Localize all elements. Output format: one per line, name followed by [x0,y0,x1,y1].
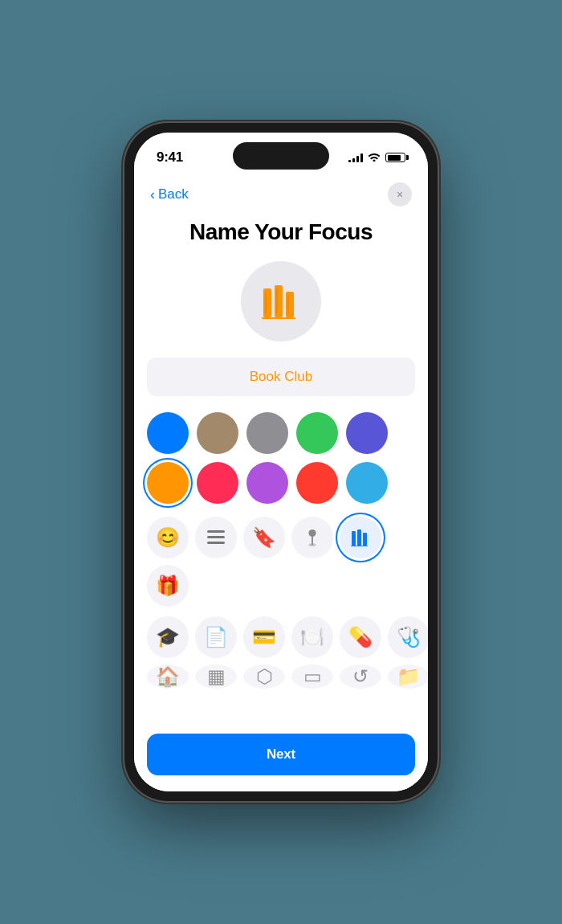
svg-rect-4 [276,288,278,314]
color-section [134,412,428,504]
color-brown[interactable] [197,412,238,454]
nav-bar: ‹ Back × [134,173,428,213]
icon-books[interactable] [340,517,381,558]
dynamic-island [233,142,329,170]
status-icons [348,151,405,164]
signal-icon [348,153,363,162]
focus-name-input[interactable] [147,358,415,396]
back-button[interactable]: ‹ Back [150,186,189,203]
bottom-area: Next [134,724,428,791]
status-time: 9:41 [157,149,183,166]
color-purple[interactable] [246,462,288,504]
color-tomato[interactable] [296,462,338,504]
svg-rect-8 [207,536,225,538]
icon-section: 😊 🔖 🎁 [134,517,428,607]
svg-rect-15 [363,533,367,546]
color-teal[interactable] [346,462,388,504]
svg-rect-3 [265,292,267,314]
icon-tablet-partial[interactable]: ▭ [291,664,333,689]
svg-rect-5 [287,295,289,314]
color-orange[interactable] [147,462,189,504]
icon-refresh-partial[interactable]: ↺ [340,664,381,689]
icon-emoji[interactable]: 😊 [147,517,189,558]
close-button[interactable]: × [388,182,412,206]
svg-rect-14 [357,529,361,546]
color-red[interactable] [197,462,238,504]
icon-bookmark[interactable]: 🔖 [243,517,285,558]
name-input-container [147,358,415,396]
back-label: Back [158,186,189,202]
svg-rect-2 [286,292,294,317]
svg-rect-16 [351,546,368,546]
icon-row-partial: 🎓📄💳🍽️💊🩺 [134,616,428,658]
icon-row-3: 🏠▦⬡▭↺📁 [134,658,428,689]
focus-icon-container [134,261,428,341]
books-icon [259,280,303,322]
close-icon: × [397,188,403,201]
svg-rect-9 [207,542,225,544]
content-area: ‹ Back × Name Your Focus [134,173,428,791]
color-blue[interactable] [147,412,189,454]
svg-rect-6 [262,317,295,319]
color-green[interactable] [296,412,338,454]
page-title: Name Your Focus [134,213,428,261]
icon-home-partial[interactable]: 🏠 [147,664,189,689]
icon-grid-partial[interactable]: ▦ [195,664,237,689]
svg-rect-7 [207,530,225,533]
back-chevron-icon: ‹ [150,186,155,203]
icon-pills[interactable]: 💊 [340,616,381,658]
icon-gift[interactable]: 🎁 [147,565,189,607]
icon-list[interactable] [195,517,237,558]
icon-document[interactable]: 📄 [195,616,237,658]
svg-point-12 [308,543,316,546]
icon-dining[interactable]: 🍽️ [291,616,333,658]
color-grid [147,412,415,504]
svg-point-10 [308,529,316,537]
battery-icon [385,153,405,162]
icon-folder-partial[interactable]: 📁 [388,664,428,689]
icon-pin[interactable] [291,517,333,558]
icon-graduation[interactable]: 🎓 [147,616,189,658]
svg-rect-13 [352,531,356,546]
icon-card[interactable]: 💳 [243,616,285,658]
svg-rect-1 [275,285,283,317]
icon-stethoscope[interactable]: 🩺 [388,616,428,658]
phone-frame: 9:41 [124,123,438,801]
icon-layers-partial[interactable]: ⬡ [243,664,285,689]
icon-grid: 😊 🔖 🎁 [147,517,415,607]
focus-icon-circle[interactable] [241,261,321,341]
next-button[interactable]: Next [147,734,415,775]
color-gray[interactable] [246,412,288,454]
color-indigo[interactable] [346,412,388,454]
battery-fill [388,155,401,161]
wifi-icon [368,151,381,164]
phone-screen: 9:41 [134,133,428,791]
svg-rect-0 [263,288,271,317]
